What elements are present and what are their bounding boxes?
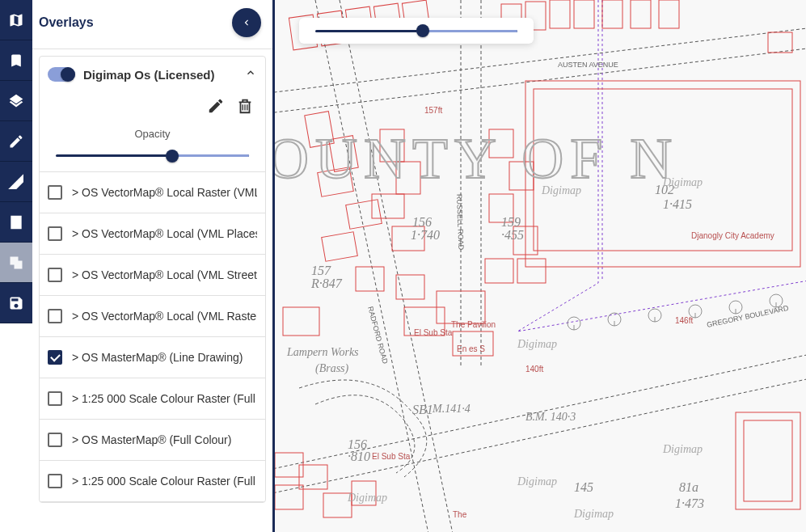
height-157: 157ft [424, 106, 442, 115]
watermark-2: Digimap [662, 443, 703, 455]
svg-rect-20 [631, 0, 651, 28]
collapse-panel-button[interactable] [232, 8, 261, 37]
layer-checkbox[interactable] [48, 350, 62, 365]
layer-checkbox[interactable] [48, 474, 62, 488]
watermark-6: Digimap [347, 492, 387, 504]
overlays-header: Overlays [32, 0, 272, 49]
save-tool-button[interactable] [0, 283, 32, 323]
height-146: 146ft [675, 316, 693, 325]
label-brass: (Brass) [315, 362, 349, 375]
overlays-body[interactable]: Digimap Os (Licensed) Opacity > [32, 49, 272, 532]
measure-tool-button[interactable] [0, 162, 32, 202]
layer-item-label: > OS VectorMap® Local Raster (VML Raster… [72, 186, 257, 199]
num-159: 159 [501, 215, 521, 229]
svg-rect-17 [550, 0, 570, 28]
layer-group-card: Digimap Os (Licensed) Opacity > [39, 56, 266, 503]
num-sb1: SB1 [412, 403, 433, 416]
layer-group-toggle[interactable] [48, 67, 75, 82]
draw-tool-button[interactable] [0, 121, 32, 162]
num-1473: 1·473 [675, 496, 704, 510]
bm-140: B.M. 140·3 [525, 411, 576, 423]
svg-rect-49 [736, 412, 800, 509]
num-1415: 1·415 [663, 197, 692, 211]
layer-checkbox[interactable] [48, 226, 62, 241]
layer-item[interactable]: > OS VectorMap® Local (VML Streets) [40, 255, 265, 296]
height-140: 140ft [525, 365, 543, 374]
layer-checkbox[interactable] [48, 309, 62, 323]
street-radford: RADFORD ROAD [366, 306, 390, 365]
svg-rect-21 [659, 0, 679, 28]
opacity-label: Opacity [51, 128, 254, 140]
comparison-slider-track[interactable] [315, 30, 517, 32]
layer-group-collapse-button[interactable] [244, 66, 257, 82]
layer-item-label: > 1:25 000 Scale Colour Raster (Full Col… [72, 475, 257, 488]
opacity-section: Opacity [40, 123, 265, 172]
num-81a: 81a [679, 480, 698, 494]
delete-icon[interactable] [236, 97, 254, 115]
comparison-slider-thumb[interactable] [416, 24, 429, 37]
edit-icon[interactable] [207, 97, 225, 115]
map-tool-button[interactable] [0, 0, 32, 40]
opacity-slider-thumb[interactable] [166, 150, 179, 163]
watermark-7: Digimap [573, 508, 614, 520]
map-area[interactable]: OUNTY OF N AUSTEN AVENUE RUSSELL ROAD RA… [275, 0, 806, 532]
layer-item[interactable]: > OS MasterMap® (Line Drawing) [40, 337, 265, 378]
bm-141: M.141·4 [432, 403, 471, 415]
left-icon-toolbar [0, 0, 32, 532]
overlays-panel: Overlays Digimap Os (Licensed) [32, 0, 275, 532]
toggle-knob [61, 67, 75, 82]
chevron-up-icon [244, 66, 257, 79]
layer-item[interactable]: > OS MasterMap® (Full Colour) [40, 420, 265, 461]
svg-rect-19 [602, 0, 622, 28]
label-works: Lampern Works [286, 346, 359, 358]
layer-checkbox[interactable] [48, 185, 62, 200]
svg-rect-43 [517, 259, 546, 283]
map-canvas[interactable]: OUNTY OF N AUSTEN AVENUE RUSSELL ROAD RA… [275, 0, 806, 532]
bookmark-tool-button[interactable] [0, 40, 32, 81]
layer-item-label: > OS MasterMap® (Line Drawing) [72, 351, 243, 364]
label-the: The [453, 510, 467, 519]
app-container: Overlays Digimap Os (Licensed) [0, 0, 806, 532]
watermark-1: Digimap [517, 475, 557, 488]
layer-item[interactable]: > OS VectorMap® Local (VML Places) [40, 213, 265, 255]
layer-checkbox[interactable] [48, 391, 62, 406]
layer-group-actions [40, 92, 265, 123]
svg-rect-22 [768, 32, 792, 53]
layer-group-header: Digimap Os (Licensed) [40, 57, 265, 92]
opacity-slider[interactable] [56, 154, 249, 157]
layer-item[interactable]: > OS VectorMap® Local (VML Raster) [40, 296, 265, 337]
layer-item[interactable]: > 1:25 000 Scale Colour Raster (Full Col… [40, 378, 265, 420]
watermark-5: Digimap [541, 184, 581, 196]
layer-item-label: > 1:25 000 Scale Colour Raster (Full Col… [72, 392, 257, 405]
num-157: 157 [311, 264, 331, 277]
label-enes: En es S [457, 344, 485, 353]
layer-item[interactable]: > OS VectorMap® Local Raster (VML Raster… [40, 172, 265, 213]
layer-checkbox[interactable] [48, 433, 62, 447]
overlays-tool-button[interactable] [0, 243, 32, 283]
svg-rect-33 [396, 275, 424, 299]
info-tool-button[interactable] [0, 202, 32, 243]
svg-rect-18 [574, 0, 594, 28]
watermark-3: Digimap [517, 338, 557, 350]
layer-item-label: > OS VectorMap® Local (VML Places) [72, 227, 257, 240]
svg-rect-30 [372, 194, 404, 218]
svg-rect-50 [744, 420, 792, 501]
svg-rect-27 [322, 232, 358, 261]
street-russell: RUSSELL ROAD [455, 194, 465, 251]
layers-tool-button[interactable] [0, 81, 32, 121]
layer-list: > OS VectorMap® Local Raster (VML Raster… [40, 172, 265, 502]
street-gregory: GREGORY BOULEVARD [706, 304, 789, 329]
label-pavilion: The Pavilion [451, 320, 496, 329]
svg-rect-42 [485, 259, 513, 283]
layer-item-label: > OS VectorMap® Local (VML Raster) [72, 310, 257, 323]
svg-rect-26 [346, 200, 382, 229]
layer-checkbox[interactable] [48, 268, 62, 282]
layer-item-label: > OS VectorMap® Local (VML Streets) [72, 268, 257, 281]
num-145: 145 [574, 480, 593, 494]
layer-item[interactable]: > 1:25 000 Scale Colour Raster (Full Col… [40, 461, 265, 502]
label-academy: Djanogly City Academy [691, 231, 774, 240]
num-847: R·847 [310, 277, 343, 290]
overlays-title: Overlays [39, 15, 94, 30]
map-comparison-slider[interactable] [299, 18, 534, 44]
chevron-left-icon [241, 17, 252, 28]
